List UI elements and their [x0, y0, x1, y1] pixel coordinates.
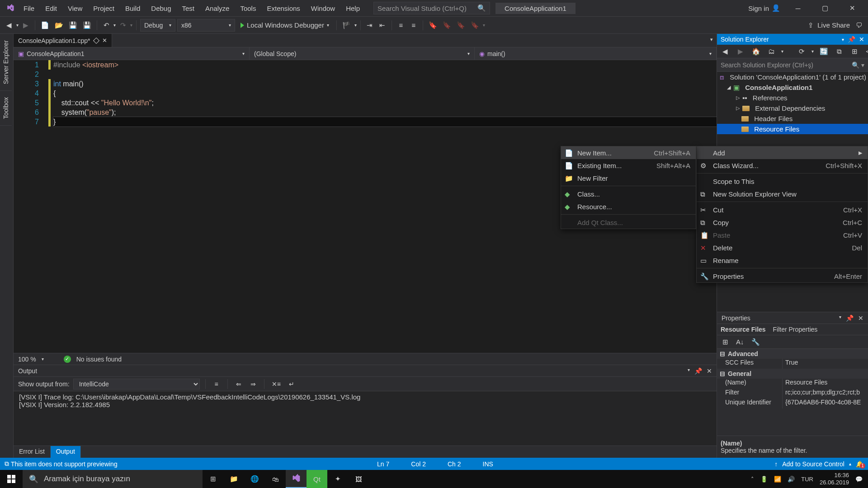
forward-button[interactable]: ▶ — [20, 19, 31, 32]
zoom-dropdown[interactable]: 100 % — [18, 356, 36, 363]
language-indicator[interactable]: TUR — [801, 476, 813, 483]
close-button[interactable]: ✕ — [843, 1, 862, 15]
battery-icon[interactable]: 🔋 — [760, 476, 768, 483]
se-pin-icon[interactable]: 📌 — [848, 36, 855, 43]
ctx-copy[interactable]: ⧉CopyCtrl+C — [697, 216, 868, 229]
vs-taskbar-icon[interactable] — [286, 470, 307, 488]
toolbox-tab[interactable]: Toolbox — [0, 91, 12, 126]
ctx-new-filter[interactable]: 📁New Filter — [561, 172, 696, 184]
tray-chevron-icon[interactable]: ˄ — [751, 476, 754, 483]
se-refresh-icon[interactable]: 🔄 — [818, 45, 829, 58]
prop-dropdown-icon[interactable]: ▾ — [839, 314, 841, 322]
menu-extensions[interactable]: Extensions — [261, 2, 305, 15]
notification-icon[interactable]: 🔔 — [856, 460, 863, 468]
menu-tools[interactable]: Tools — [235, 2, 261, 15]
store-icon[interactable]: 🛍 — [265, 470, 286, 488]
tree-solution[interactable]: ⧈ Solution 'ConsoleApplication1' (1 of 1… — [717, 72, 868, 82]
maximize-button[interactable]: ▢ — [816, 1, 835, 15]
error-list-tab[interactable]: Error List — [14, 446, 51, 458]
sign-in-button[interactable]: Sign in 👤 — [748, 4, 780, 12]
minimize-button[interactable]: ─ — [788, 1, 807, 15]
output-pin-icon[interactable]: 📌 — [694, 367, 702, 375]
config-dropdown[interactable]: Debug▾ — [140, 19, 175, 32]
tb-icon-3[interactable]: ⇤ — [377, 19, 388, 32]
run-button[interactable]: Local Windows Debugger ▾ — [237, 19, 333, 32]
ctx-add[interactable]: Add▶ — [697, 146, 868, 159]
tb-icon-6[interactable]: 🔖 — [441, 19, 453, 32]
output-source-dropdown[interactable]: IntelliCode — [73, 379, 200, 389]
ctx-rename[interactable]: ▭Rename — [697, 254, 868, 267]
tab-dropdown-icon[interactable]: ▾ — [707, 34, 717, 47]
taskbar-search[interactable]: 🔍Aramak için buraya yazın — [23, 470, 203, 488]
ctx-cut[interactable]: ✂CutCtrl+X — [697, 203, 868, 216]
ctx-properties[interactable]: 🔧PropertiesAlt+Enter — [697, 270, 868, 282]
search-input[interactable]: Search Visual Studio (Ctrl+Q) 🔍 — [373, 2, 490, 14]
se-dropdown-icon[interactable]: ▾ — [842, 37, 844, 42]
se-close-icon[interactable]: ✕ — [859, 36, 864, 43]
redo-button[interactable]: ↷ — [118, 19, 128, 32]
tree-header-files[interactable]: Header Files — [717, 113, 868, 124]
out-btn-1[interactable]: ≡ — [211, 378, 222, 390]
out-btn-5[interactable]: ↵ — [286, 378, 297, 390]
prop-wrench-icon[interactable]: 🔧 — [750, 336, 762, 348]
menu-debug[interactable]: Debug — [146, 2, 176, 15]
se-sync-icon[interactable]: ⟳ — [796, 45, 807, 58]
se-switch-icon[interactable]: 🗂 — [766, 45, 777, 58]
tb-icon-2[interactable]: ⇥ — [364, 19, 375, 32]
tb-icon-5[interactable]: ≡ — [408, 19, 419, 32]
photos-icon[interactable]: 🖼 — [348, 470, 369, 488]
output-close-icon[interactable]: ✕ — [707, 367, 712, 375]
file-tab-active[interactable]: ConsoleApplication1.cpp* ✕ — [14, 34, 112, 47]
pin-icon[interactable] — [93, 37, 99, 43]
tb-icon-4[interactable]: ≡ — [396, 19, 406, 32]
ctx-existing-item[interactable]: 📄Existing Item...Shift+Alt+A — [561, 159, 696, 172]
save-button[interactable]: 💾 — [67, 19, 79, 32]
prop-cat-icon[interactable]: ⊞ — [720, 336, 731, 348]
tb-icon-7[interactable]: 🔖 — [455, 19, 467, 32]
tree-resource-files[interactable]: Resource Files — [717, 124, 868, 134]
undo-button[interactable]: ↶ — [101, 19, 112, 32]
close-tab-icon[interactable]: ✕ — [102, 37, 107, 44]
platform-dropdown[interactable]: x86▾ — [177, 19, 235, 32]
ctx-class-wizard[interactable]: ⚙Class Wizard...Ctrl+Shift+X — [697, 159, 868, 172]
out-btn-2[interactable]: ⇐ — [233, 378, 244, 390]
prop-pin-icon[interactable]: 📌 — [846, 314, 854, 322]
menu-file[interactable]: File — [18, 2, 40, 15]
output-tab[interactable]: Output — [51, 446, 81, 458]
se-code-icon[interactable]: <> — [864, 45, 868, 58]
menu-help[interactable]: Help — [340, 2, 365, 15]
ctx-new-item[interactable]: 📄New Item...Ctrl+Shift+A — [561, 146, 696, 159]
prop-close-icon[interactable]: ✕ — [858, 314, 863, 322]
menu-view[interactable]: View — [62, 2, 88, 15]
ctx-delete[interactable]: ✕DeleteDel — [697, 241, 868, 254]
tree-references[interactable]: ▷▪▪ References — [717, 93, 868, 103]
menu-project[interactable]: Project — [88, 2, 120, 15]
se-showall-icon[interactable]: ⊞ — [849, 45, 860, 58]
action-center-icon[interactable]: 💬 — [855, 476, 863, 483]
live-share-button[interactable]: Live Share — [817, 21, 850, 29]
prop-az-icon[interactable]: A↓ — [734, 336, 746, 348]
wifi-icon[interactable]: 📶 — [774, 476, 781, 483]
tree-project[interactable]: ◢▣ ConsoleApplication1 — [717, 82, 868, 93]
output-body[interactable]: [VSIX I] Trace log: C:\Users\ibrakap\App… — [14, 391, 717, 446]
menu-edit[interactable]: Edit — [40, 2, 62, 15]
chrome-icon[interactable]: 🌐 — [244, 470, 265, 488]
explorer-icon[interactable]: 📁 — [223, 470, 244, 488]
tb-icon-1[interactable]: 🏴 — [340, 19, 353, 32]
ctx-class[interactable]: ◆Class... — [561, 188, 696, 200]
source-control-button[interactable]: Add to Source Control — [782, 460, 844, 468]
out-btn-3[interactable]: ⇒ — [248, 378, 259, 390]
back-button[interactable]: ◀ — [4, 19, 14, 32]
se-collapse-icon[interactable]: ⧉ — [834, 45, 844, 58]
menu-analyze[interactable]: Analyze — [200, 2, 235, 15]
nav-project[interactable]: ▣ConsoleApplication1▾ — [14, 47, 250, 60]
server-explorer-tab[interactable]: Server Explorer — [0, 34, 12, 91]
task-view-icon[interactable]: ⊞ — [203, 470, 223, 488]
save-all-button[interactable]: 💾 — [81, 19, 93, 32]
new-project-button[interactable]: 📄 — [39, 19, 51, 32]
tb-icon-8[interactable]: 🔖 — [469, 19, 481, 32]
ctx-resource[interactable]: ◆Resource... — [561, 200, 696, 213]
se-home-icon[interactable]: 🏠 — [750, 45, 761, 58]
nav-scope[interactable]: (Global Scope)▾ — [250, 47, 475, 60]
ctx-scope[interactable]: Scope to This — [697, 175, 868, 188]
